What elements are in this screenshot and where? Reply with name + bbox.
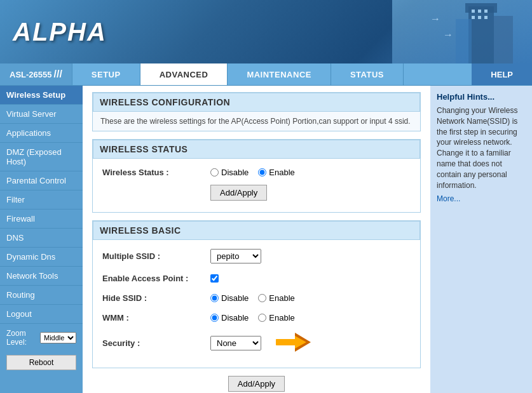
wireless-status-content: Wireless Status : Disable Enable Add/App	[93, 159, 420, 212]
security-label: Security :	[102, 338, 210, 348]
wireless-status-title: WIRELESS STATUS	[93, 140, 420, 159]
svg-rect-1	[468, 6, 494, 63]
wireless-basic-content: Multiple SSID : pepito ssid2 ssid3 ssid4…	[93, 240, 420, 368]
tab-setup[interactable]: SETUP	[72, 63, 140, 85]
status-disable-input[interactable]	[210, 168, 219, 177]
wmm-control: Disable Enable	[210, 313, 295, 323]
tab-advanced[interactable]: ADVANCED	[140, 63, 228, 85]
sidebar-item-parental-control[interactable]: Parental Control	[0, 171, 83, 190]
svg-text:→: →	[430, 13, 440, 24]
hide-ssid-enable-input[interactable]	[258, 294, 266, 302]
wmm-enable-input[interactable]	[258, 314, 266, 322]
svg-rect-4	[456, 19, 472, 63]
status-disable-label: Disable	[221, 168, 249, 177]
arrow-indicator	[276, 333, 311, 354]
hide-ssid-disable-label: Disable	[221, 293, 249, 303]
sidebar-item-filter[interactable]: Filter	[0, 190, 83, 210]
content-area: WIRELESS CONFIGURATION These are the wir…	[83, 86, 430, 393]
multiple-ssid-control: pepito ssid2 ssid3 ssid4	[210, 249, 261, 263]
sidebar-item-routing[interactable]: Routing	[0, 286, 83, 305]
sidebar: Wireless Setup Virtual Server Applicatio…	[0, 86, 83, 393]
zoom-select[interactable]: Small Middle Large	[40, 332, 76, 343]
help-more-link[interactable]: More...	[437, 194, 526, 203]
wmm-disable-input[interactable]	[210, 314, 219, 322]
status-add-apply-button[interactable]: Add/Apply	[210, 185, 267, 201]
svg-text:→: →	[443, 29, 453, 40]
help-panel: Helpful Hints... Changing your Wireless …	[430, 86, 532, 393]
logo: ALPHA	[13, 18, 107, 46]
wmm-disable-radio[interactable]: Disable	[210, 313, 249, 323]
svg-rect-8	[472, 16, 475, 19]
security-row: Security : None WEP WPA WPA2	[102, 330, 411, 356]
hide-ssid-disable-radio[interactable]: Disable	[210, 293, 249, 303]
sidebar-item-dns[interactable]: DNS	[0, 229, 83, 248]
status-disable-radio[interactable]: Disable	[210, 168, 249, 177]
tab-maintenance[interactable]: MAINTENANCE	[228, 63, 331, 85]
wireless-basic-section: WIRELESS BASIC Multiple SSID : pepito ss…	[92, 220, 421, 368]
status-enable-input[interactable]	[258, 168, 266, 177]
sidebar-item-applications[interactable]: Applications	[0, 124, 83, 143]
sidebar-item-wireless-setup[interactable]: Wireless Setup	[0, 86, 83, 105]
header: ALPHA → →	[0, 0, 532, 63]
enable-ap-checkbox[interactable]	[210, 274, 219, 283]
status-add-apply-row: Add/Apply	[102, 185, 411, 206]
svg-rect-3	[494, 16, 513, 63]
main-container: Wireless Setup Virtual Server Applicatio…	[0, 86, 532, 393]
wireless-config-title: WIRELESS CONFIGURATION	[93, 93, 420, 112]
nav-bar: ASL-26555 /// SETUP ADVANCED MAINTENANCE…	[0, 63, 532, 86]
sidebar-item-network-tools[interactable]: Network Tools	[0, 267, 83, 286]
svg-rect-9	[478, 16, 481, 19]
status-enable-label: Enable	[269, 168, 294, 177]
hide-ssid-enable-label: Enable	[269, 293, 294, 303]
sidebar-item-firewall[interactable]: Firewall	[0, 210, 83, 229]
wmm-row: WMM : Disable Enable	[102, 310, 411, 325]
help-title: Helpful Hints...	[437, 92, 526, 102]
wireless-basic-title: WIRELESS BASIC	[93, 221, 420, 240]
svg-rect-7	[484, 10, 488, 13]
multiple-ssid-row: Multiple SSID : pepito ssid2 ssid3 ssid4	[102, 246, 411, 266]
hide-ssid-label: Hide SSID :	[102, 293, 210, 303]
tab-help[interactable]: HELP	[472, 63, 532, 85]
enable-ap-row: Enable Access Point :	[102, 271, 411, 286]
multiple-ssid-select[interactable]: pepito ssid2 ssid3 ssid4	[210, 249, 261, 263]
sidebar-item-logout[interactable]: Logout	[0, 305, 83, 324]
wmm-disable-label: Disable	[221, 313, 249, 323]
svg-rect-5	[472, 10, 475, 13]
wmm-enable-label: Enable	[269, 313, 294, 323]
wireless-status-controls: Disable Enable	[210, 168, 295, 177]
wmm-label: WMM :	[102, 313, 210, 323]
wireless-config-desc: These are the wireless settings for the …	[93, 112, 420, 131]
enable-ap-control	[210, 274, 219, 283]
sidebar-item-virtual-server[interactable]: Virtual Server	[0, 105, 83, 124]
security-control: None WEP WPA WPA2	[210, 333, 311, 354]
sidebar-item-dynamic-dns[interactable]: Dynamic Dns	[0, 248, 83, 267]
help-text: Changing your Wireless Network Name(SSID…	[437, 105, 526, 190]
zoom-level-control: Zoom Level: Small Middle Large	[0, 324, 83, 352]
enable-ap-label: Enable Access Point :	[102, 274, 210, 283]
wmm-enable-radio[interactable]: Enable	[258, 313, 294, 323]
multiple-ssid-label: Multiple SSID :	[102, 251, 210, 261]
basic-add-apply-button[interactable]: Add/Apply	[228, 376, 285, 392]
svg-rect-10	[484, 16, 488, 19]
tab-status[interactable]: STATUS	[331, 63, 404, 85]
hide-ssid-enable-radio[interactable]: Enable	[258, 293, 294, 303]
wireless-config-section: WIRELESS CONFIGURATION These are the wir…	[92, 92, 421, 131]
building-decoration: → →	[392, 0, 532, 63]
hide-ssid-disable-input[interactable]	[210, 294, 219, 302]
device-model: ASL-26555 ///	[0, 63, 72, 85]
wireless-status-row: Wireless Status : Disable Enable	[102, 165, 411, 180]
svg-rect-14	[276, 339, 298, 345]
zoom-label: Zoom Level:	[6, 329, 37, 347]
status-enable-radio[interactable]: Enable	[258, 168, 294, 177]
hide-ssid-row: Hide SSID : Disable Enable	[102, 291, 411, 305]
security-select[interactable]: None WEP WPA WPA2	[210, 336, 261, 350]
reboot-button[interactable]: Reboot	[6, 355, 76, 370]
bottom-add-apply-row: Add/Apply	[92, 376, 421, 392]
sidebar-item-dmz[interactable]: DMZ (Exposed Host)	[0, 143, 83, 171]
wireless-status-label: Wireless Status :	[102, 168, 210, 177]
wireless-status-section: WIRELESS STATUS Wireless Status : Disabl…	[92, 139, 421, 213]
svg-rect-6	[478, 10, 481, 13]
hide-ssid-control: Disable Enable	[210, 293, 295, 303]
